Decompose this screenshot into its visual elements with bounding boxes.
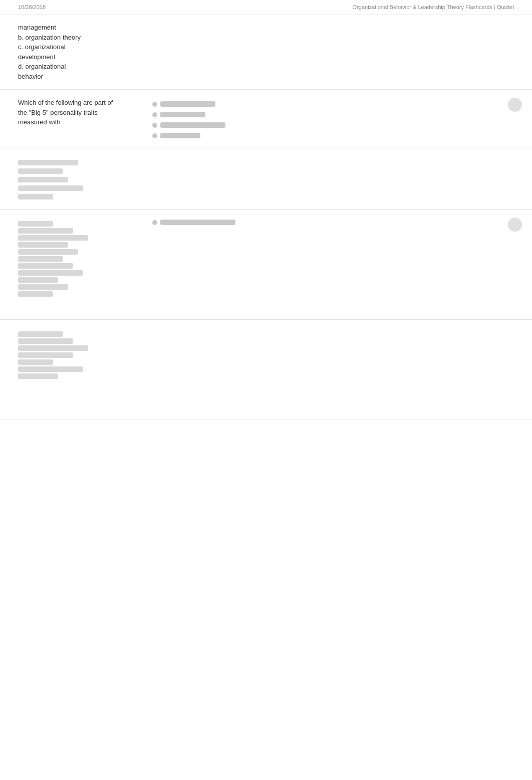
blurred-q-line (18, 235, 88, 241)
answer-option-4 (152, 133, 514, 138)
answer-single-4 (140, 210, 532, 319)
big5-question-text: Which of the following are part of the "… (18, 98, 122, 127)
answer-empty-5 (140, 320, 532, 420)
answer-status-icon-4[interactable] (508, 218, 522, 232)
header-date: 10/28/2018 (18, 4, 46, 10)
answer-options-block (152, 98, 514, 140)
answer-single-line (152, 220, 514, 225)
blurred-q-line (18, 185, 83, 191)
blurred-q-line (18, 331, 63, 337)
page-header: 10/28/2018 Organizational Behavior & Lea… (0, 0, 532, 15)
org-theory-text: organization theory (25, 34, 81, 41)
flashcard-question: management b. organization theory c. org… (0, 15, 140, 89)
question-big5: Which of the following are part of the "… (0, 90, 140, 148)
option-text (160, 122, 225, 128)
blurred-q-line (18, 221, 53, 227)
option-text (160, 133, 200, 138)
flashcard-row-2: Which of the following are part of the "… (0, 90, 532, 148)
answer-option-2 (152, 112, 514, 117)
blurred-q-line (18, 160, 78, 165)
main-content: 10/28/2018 Organizational Behavior & Lea… (0, 0, 532, 420)
blurred-q-line (18, 352, 73, 358)
option-dot (152, 133, 157, 138)
blurred-q-line (18, 359, 53, 365)
option-text (160, 101, 215, 107)
blurred-q-line (18, 270, 83, 276)
blurred-q-line (18, 277, 58, 283)
question-blurred-3 (0, 148, 140, 209)
question-blurred-5 (0, 320, 140, 420)
blurred-q-line (18, 284, 68, 290)
flashcard-row: management b. organization theory c. org… (0, 15, 532, 90)
flashcard-row-3 (0, 148, 532, 210)
question-blurred-4 (0, 210, 140, 319)
blurred-q-line (18, 249, 78, 255)
blurred-q-line (18, 338, 73, 344)
option-text (160, 112, 205, 117)
answer-empty-3 (140, 148, 532, 209)
blurred-q-line (18, 242, 68, 248)
answer-status-icon[interactable] (508, 98, 522, 112)
option-dot (152, 112, 157, 117)
option-text (160, 220, 235, 225)
flashcard-row-4 (0, 210, 532, 320)
option-dot (152, 220, 157, 225)
blurred-q-line (18, 291, 53, 297)
blurred-q-line (18, 263, 73, 269)
blurred-q-line (18, 256, 63, 262)
blurred-q-line (18, 228, 73, 234)
blurred-q-line (18, 168, 63, 174)
answer-big5 (140, 90, 532, 148)
option-dot (152, 123, 157, 128)
blurred-q-line (18, 345, 88, 351)
blurred-q-line (18, 177, 68, 182)
answer-option-3 (152, 122, 514, 128)
answer-option-1 (152, 101, 514, 107)
question-text: management b. organization theory c. org… (18, 23, 122, 81)
header-title: Organizational Behavior & Leadership The… (353, 4, 514, 10)
blurred-q-line (18, 373, 58, 379)
blurred-q-line (18, 366, 83, 372)
option-dot (152, 102, 157, 107)
flashcard-answer (140, 15, 532, 89)
blurred-q-line (18, 194, 53, 200)
flashcard-row-5 (0, 320, 532, 420)
